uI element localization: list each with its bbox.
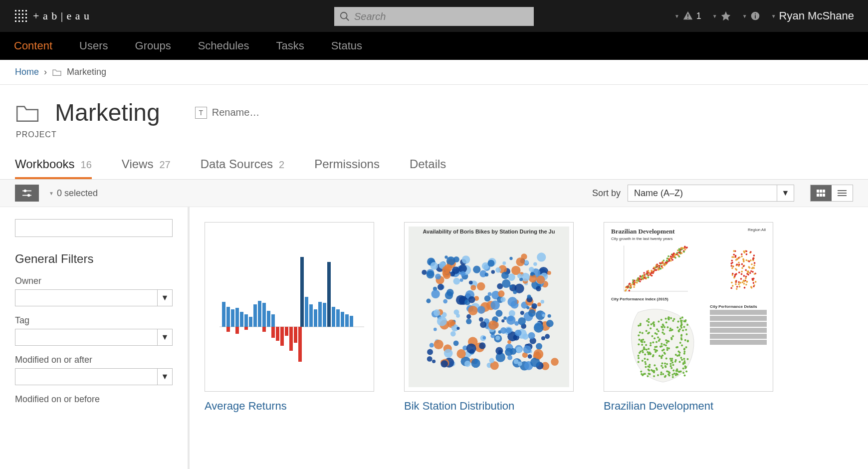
- nav-users[interactable]: Users: [79, 39, 108, 52]
- svg-point-388: [644, 274, 646, 276]
- list-view-button[interactable]: [832, 185, 853, 201]
- search-input[interactable]: [334, 7, 534, 26]
- svg-point-620: [732, 274, 734, 276]
- text-icon: T: [195, 107, 207, 119]
- svg-point-673: [645, 363, 647, 365]
- svg-point-294: [453, 256, 459, 262]
- svg-point-89: [477, 282, 485, 291]
- rename-button[interactable]: T Rename…: [195, 107, 260, 119]
- nav-content[interactable]: Content: [14, 39, 52, 52]
- svg-point-636: [750, 270, 752, 272]
- svg-rect-43: [336, 309, 340, 327]
- svg-point-780: [644, 348, 646, 350]
- nav-tasks[interactable]: Tasks: [276, 39, 304, 52]
- caret-down-icon: ▼: [158, 329, 173, 346]
- tab-count: 2: [279, 159, 284, 171]
- svg-point-788: [666, 326, 668, 328]
- svg-point-638: [731, 267, 733, 269]
- svg-point-863: [655, 349, 657, 351]
- workbook-card[interactable]: Availability of Boris Bikes by Station D…: [404, 222, 574, 469]
- svg-point-160: [460, 271, 466, 276]
- svg-point-775: [665, 358, 667, 360]
- favorites-menu[interactable]: ▼: [712, 10, 731, 21]
- svg-point-544: [741, 263, 743, 265]
- svg-point-308: [427, 356, 433, 362]
- svg-point-615: [739, 282, 741, 284]
- svg-point-223: [452, 266, 459, 274]
- svg-point-693: [666, 349, 668, 351]
- svg-point-858: [683, 351, 685, 353]
- svg-point-176: [495, 347, 503, 355]
- svg-point-661: [671, 362, 673, 364]
- filter-search-input[interactable]: [15, 219, 173, 237]
- svg-point-167: [453, 278, 460, 285]
- thumbnail-details-header: City Performance Details: [710, 304, 767, 309]
- alerts-menu[interactable]: ▼ 1: [674, 10, 701, 21]
- filter-toggle-button[interactable]: [15, 185, 39, 202]
- breadcrumb-separator: ›: [44, 67, 47, 77]
- svg-point-757: [680, 337, 682, 339]
- svg-point-882: [660, 319, 662, 321]
- svg-point-878: [674, 361, 676, 363]
- svg-rect-2: [687, 14, 688, 16]
- tableau-logo-icon: [14, 9, 28, 23]
- tab-workbooks[interactable]: Workbooks 16: [15, 157, 92, 179]
- brand-logo[interactable]: + a b | e a u: [14, 9, 90, 23]
- svg-point-700: [644, 353, 646, 355]
- svg-point-187: [443, 299, 447, 303]
- breadcrumb-home[interactable]: Home: [15, 67, 39, 77]
- filter-owner-select[interactable]: ▼: [15, 289, 173, 306]
- svg-point-832: [656, 328, 658, 330]
- tab-data-sources[interactable]: Data Sources 2: [201, 157, 285, 179]
- sliders-icon: [21, 189, 32, 198]
- workbook-title[interactable]: Bik Station Distribution: [404, 400, 574, 413]
- svg-point-840: [686, 333, 688, 335]
- svg-point-724: [683, 358, 685, 360]
- tab-views[interactable]: Views 27: [122, 157, 171, 179]
- nav-groups[interactable]: Groups: [135, 39, 171, 52]
- svg-point-212: [522, 333, 528, 339]
- nav-schedules[interactable]: Schedules: [198, 39, 249, 52]
- help-menu[interactable]: ▼: [742, 11, 760, 21]
- svg-point-211: [530, 272, 534, 276]
- workbook-card[interactable]: Brazilian Development Region All City gr…: [604, 222, 773, 469]
- svg-point-310: [456, 349, 465, 358]
- selection-count-dropdown[interactable]: ▼ 0 selected: [49, 188, 98, 199]
- svg-point-616: [745, 284, 747, 286]
- svg-point-302: [488, 320, 498, 330]
- svg-point-607: [735, 259, 737, 261]
- svg-point-145: [545, 334, 550, 339]
- workbook-thumbnail: Brazilian Development Region All City gr…: [604, 222, 773, 392]
- svg-point-192: [426, 299, 431, 303]
- svg-point-713: [663, 344, 665, 346]
- workbook-title[interactable]: Brazilian Development: [604, 400, 773, 413]
- workbook-card[interactable]: Average Returns: [205, 222, 374, 469]
- svg-point-393: [647, 276, 649, 278]
- svg-rect-37: [309, 304, 313, 327]
- svg-point-261: [488, 292, 492, 296]
- svg-point-867: [660, 326, 662, 328]
- tab-details[interactable]: Details: [410, 157, 446, 179]
- user-menu[interactable]: ▼ Ryan McShane: [771, 9, 854, 22]
- svg-point-551: [754, 262, 756, 264]
- grid-view-button[interactable]: [811, 185, 832, 201]
- svg-point-272: [507, 297, 517, 307]
- svg-point-756: [660, 343, 662, 345]
- list-toolbar: ▼ 0 selected Sort by Name (A–Z) ▼: [0, 180, 868, 207]
- workbook-title[interactable]: Average Returns: [205, 400, 374, 413]
- svg-point-834: [682, 372, 684, 374]
- svg-point-249: [427, 270, 434, 278]
- svg-point-889: [666, 363, 668, 365]
- caret-down-icon: ▼: [777, 185, 794, 202]
- nav-status[interactable]: Status: [331, 39, 362, 52]
- filter-modified-after-select[interactable]: ▼: [15, 368, 173, 385]
- sort-select[interactable]: Name (A–Z) ▼: [628, 185, 794, 202]
- filter-tag-select[interactable]: ▼: [15, 329, 173, 346]
- map-thumbnail: [409, 236, 568, 386]
- tab-permissions[interactable]: Permissions: [314, 157, 380, 179]
- svg-point-715: [662, 373, 664, 375]
- svg-point-387: [644, 277, 646, 279]
- svg-point-341: [633, 286, 635, 288]
- star-icon: [720, 10, 731, 21]
- svg-point-815: [683, 320, 685, 322]
